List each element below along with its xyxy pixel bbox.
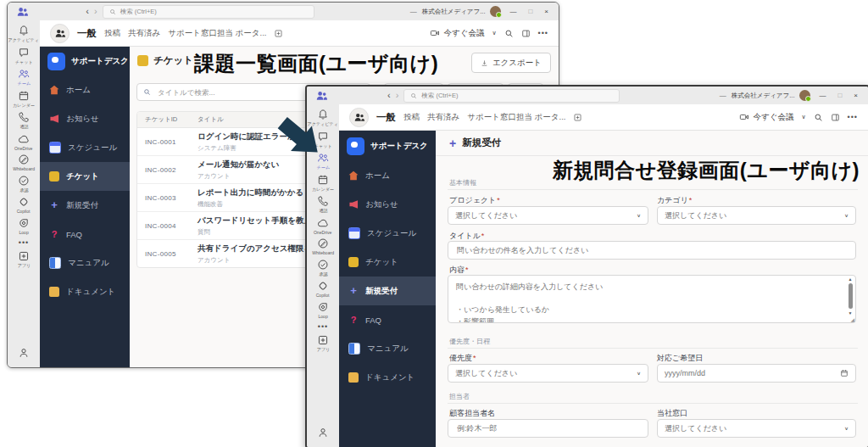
rail-item-teams[interactable]: チーム: [8, 68, 40, 87]
rail-item-copilot[interactable]: Copilot: [8, 196, 40, 214]
teams-logo-icon[interactable]: [315, 89, 328, 102]
account-name[interactable]: 株式会社メディアフ...: [422, 8, 486, 16]
rail-item-loop[interactable]: Loop: [307, 301, 339, 319]
sidebar-item-documents[interactable]: ドキュメント: [40, 277, 130, 306]
rail-item-calls[interactable]: 通話: [307, 195, 339, 214]
rail-item-onedrive[interactable]: OneDrive: [8, 133, 40, 151]
rail-item-activity[interactable]: アクティビティ: [8, 25, 40, 43]
rail-item-calls[interactable]: 通話: [8, 111, 40, 130]
add-tab-icon[interactable]: [573, 113, 582, 122]
rail-item-apps[interactable]: アプリ: [307, 334, 339, 353]
back-button[interactable]: ‹: [86, 7, 89, 16]
sidebar-item-home[interactable]: ホーム: [339, 161, 436, 190]
content-textarea[interactable]: [448, 276, 855, 322]
forward-button[interactable]: ›: [396, 91, 399, 100]
meet-chevron-icon[interactable]: ∨: [492, 30, 496, 36]
scroll-down-icon[interactable]: ▼: [849, 311, 853, 316]
sidebar-item-tickets[interactable]: チケット: [339, 248, 436, 277]
rail-item-whiteboard[interactable]: Whiteboard: [307, 237, 339, 255]
teams-logo-icon[interactable]: [16, 5, 29, 18]
tab-shared[interactable]: 共有済み: [427, 112, 459, 123]
resize-handle-icon[interactable]: ◢: [850, 316, 854, 322]
category-select[interactable]: 選択してください: [657, 206, 856, 225]
contact-window-select[interactable]: 選択してください: [657, 419, 856, 438]
channel-more-icon[interactable]: •••: [848, 113, 858, 121]
tab-shared[interactable]: 共有済み: [128, 28, 160, 39]
sidebar-item-tickets[interactable]: チケット: [40, 162, 130, 191]
sidebar-item-announcements[interactable]: お知らせ: [339, 190, 436, 219]
sidebar-item-announcements[interactable]: お知らせ: [40, 104, 130, 133]
team-avatar[interactable]: [50, 24, 70, 43]
minimize-button[interactable]: —: [506, 8, 520, 15]
rail-item-loop[interactable]: Loop: [8, 217, 40, 235]
meet-chevron-icon[interactable]: ∨: [801, 114, 805, 120]
rail-item-calendar[interactable]: カレンダー: [307, 174, 339, 193]
rail-item-calendar[interactable]: カレンダー: [8, 90, 40, 109]
search-icon: [410, 92, 417, 99]
sidebar-item-new-request[interactable]: 新規受付: [40, 191, 130, 220]
sidebar-item-new-request[interactable]: 新規受付: [339, 277, 436, 305]
rail-item-approvals[interactable]: 承認: [307, 259, 339, 277]
calendar-icon[interactable]: [840, 369, 849, 377]
scroll-up-icon[interactable]: ▲: [849, 277, 853, 282]
account-avatar[interactable]: [490, 6, 501, 17]
rail-item-approvals[interactable]: 承認: [8, 175, 40, 193]
tab-posts[interactable]: 投稿: [104, 28, 120, 39]
channel-search-icon[interactable]: [504, 29, 514, 38]
sidebar-item-manual[interactable]: マニュアル: [339, 334, 436, 363]
tab-portal[interactable]: サポート窓口担当 ポータ...: [467, 112, 565, 123]
rail-item-onedrive[interactable]: OneDrive: [307, 217, 339, 235]
customer-name-input[interactable]: [455, 423, 641, 433]
channel-name[interactable]: 一般: [376, 111, 396, 124]
more-apps-icon[interactable]: •••: [19, 238, 29, 247]
rail-item-whiteboard[interactable]: Whiteboard: [8, 154, 40, 171]
title-input[interactable]: [455, 245, 849, 255]
maximize-button[interactable]: □: [525, 8, 536, 15]
sidebar-item-manual[interactable]: マニュアル: [40, 249, 130, 277]
channel-name[interactable]: 一般: [77, 27, 97, 40]
rail-item-copilot[interactable]: Copilot: [307, 280, 339, 298]
account-name[interactable]: 株式会社メディアフ...: [732, 92, 795, 100]
meet-now-button[interactable]: 今すぐ会議: [739, 112, 793, 123]
sidebar-item-home[interactable]: ホーム: [40, 75, 130, 104]
channel-search-icon[interactable]: [814, 113, 823, 122]
textarea-scrollbar[interactable]: ▲ ▼: [847, 277, 854, 316]
priority-select[interactable]: 選択してください: [448, 364, 648, 383]
team-avatar[interactable]: [349, 108, 369, 127]
project-select[interactable]: 選択してください: [448, 206, 648, 225]
open-panel-icon[interactable]: [831, 113, 840, 122]
sidebar-item-faq[interactable]: FAQ: [40, 220, 130, 249]
customer-name-field[interactable]: [448, 419, 648, 438]
scrollbar-thumb[interactable]: [849, 283, 853, 309]
maximize-button[interactable]: □: [834, 92, 845, 99]
profile-icon[interactable]: [317, 427, 329, 442]
add-tab-icon[interactable]: [274, 29, 283, 38]
export-button[interactable]: エクスポート: [471, 53, 551, 73]
sidebar-item-schedule[interactable]: スケジュール: [40, 133, 130, 162]
title-field[interactable]: [448, 241, 856, 260]
sidebar-app-header[interactable]: サポートデスク: [40, 47, 130, 75]
rail-item-apps[interactable]: アプリ: [8, 250, 40, 269]
rail-item-chat[interactable]: チャット: [8, 47, 40, 65]
more-apps-icon[interactable]: •••: [318, 322, 328, 331]
sidebar-item-faq[interactable]: FAQ: [339, 305, 436, 334]
account-avatar[interactable]: [799, 90, 810, 101]
tab-posts[interactable]: 投稿: [403, 112, 420, 123]
channel-more-icon[interactable]: •••: [538, 29, 548, 37]
preferred-date-field[interactable]: yyyy/mm/dd: [657, 364, 856, 383]
global-search-bar[interactable]: 検索 (Ctrl+E): [103, 5, 315, 19]
sidebar-app-header[interactable]: サポートデスク: [339, 131, 436, 161]
open-panel-icon[interactable]: [521, 29, 531, 38]
close-button[interactable]: ×: [850, 92, 861, 99]
meet-now-button[interactable]: 今すぐ会議: [430, 28, 484, 39]
sidebar-item-documents[interactable]: ドキュメント: [339, 363, 436, 392]
forward-button[interactable]: ›: [94, 7, 97, 16]
sidebar-item-schedule[interactable]: スケジュール: [339, 219, 436, 248]
profile-icon[interactable]: [18, 347, 30, 362]
global-search-bar[interactable]: 検索 (Ctrl+E): [403, 89, 620, 103]
back-button[interactable]: ‹: [387, 91, 391, 100]
plus-icon: [49, 200, 59, 210]
close-button[interactable]: ×: [541, 8, 552, 15]
minimize-button[interactable]: —: [815, 92, 829, 99]
tab-portal[interactable]: サポート窓口担当 ポータ...: [168, 28, 266, 39]
